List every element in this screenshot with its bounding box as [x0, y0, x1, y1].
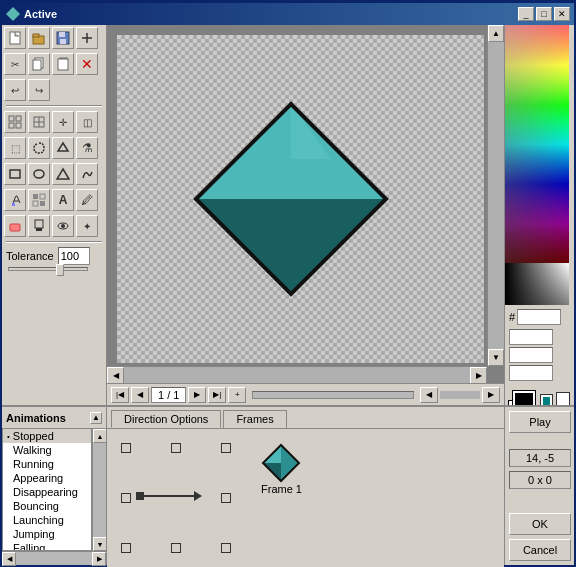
frame1-label: Frame 1	[261, 483, 302, 495]
tab-frames[interactable]: Frames	[223, 410, 286, 428]
add-frame-button[interactable]: +	[228, 387, 246, 403]
prev-frame-button[interactable]: ◀	[131, 387, 149, 403]
dir-dot-mr[interactable]	[221, 493, 231, 503]
stamp-button[interactable]	[28, 215, 50, 237]
cancel-button[interactable]: Cancel	[509, 539, 571, 561]
anim-hscroll-left[interactable]: ◀	[2, 552, 16, 566]
eyedropper-button[interactable]: 🖉	[76, 189, 98, 211]
dir-dot-tr[interactable]	[221, 443, 231, 453]
svg-rect-26	[40, 194, 45, 199]
anim-hscroll-right[interactable]: ▶	[92, 552, 106, 566]
svg-rect-15	[16, 123, 21, 128]
eye-button[interactable]	[52, 215, 74, 237]
freehand-button[interactable]	[76, 163, 98, 185]
maximize-button[interactable]: □	[536, 7, 552, 21]
paste-button[interactable]	[52, 53, 74, 75]
magic-wand-button[interactable]: ⚗	[76, 137, 98, 159]
triangle-button[interactable]	[52, 163, 74, 185]
vscroll-track[interactable]	[488, 42, 504, 349]
redo-button[interactable]: ↪	[28, 79, 50, 101]
svg-rect-25	[33, 194, 38, 199]
rect-button[interactable]	[4, 163, 26, 185]
first-frame-button[interactable]: |◀	[111, 387, 129, 403]
svg-point-33	[61, 224, 65, 228]
anim-item-appearing[interactable]: Appearing	[3, 471, 91, 485]
mirror-button[interactable]: ◫	[76, 111, 98, 133]
extra-button[interactable]	[76, 27, 98, 49]
next-frame-button[interactable]: ▶	[188, 387, 206, 403]
anim-item-stopped[interactable]: • Stopped	[3, 429, 91, 443]
copy-button[interactable]	[28, 53, 50, 75]
color-palette[interactable]	[505, 25, 569, 305]
ellipse-button[interactable]	[28, 163, 50, 185]
sparkle-button[interactable]: ✦	[76, 215, 98, 237]
anim-item-bouncing[interactable]: Bouncing	[3, 499, 91, 513]
scroll-down-button[interactable]: ▼	[488, 349, 504, 366]
close-button[interactable]: ✕	[554, 7, 570, 21]
right-buttons-panel: Play 14, -5 0 x 0 OK Cancel	[504, 407, 574, 565]
anim-scroll-up[interactable]: ▲	[93, 429, 106, 443]
tolerance-input[interactable]	[58, 247, 90, 265]
rgb-input-1[interactable]	[509, 329, 553, 345]
small-swatch-1[interactable]	[556, 392, 570, 405]
grid2-button[interactable]	[28, 111, 50, 133]
current-color-swatch[interactable]	[541, 395, 552, 405]
separator-2	[6, 241, 102, 243]
last-frame-button[interactable]: ▶|	[208, 387, 226, 403]
hscroll-track[interactable]	[124, 367, 470, 383]
dir-dot-tc[interactable]	[171, 443, 181, 453]
paint-button[interactable]	[4, 189, 26, 211]
anim-scroll-track[interactable]	[93, 443, 106, 537]
grid-button[interactable]	[4, 111, 26, 133]
play-button[interactable]: Play	[509, 411, 571, 433]
open-button[interactable]	[28, 27, 50, 49]
scroll-right-button[interactable]: ▶	[470, 367, 487, 383]
save-button[interactable]	[52, 27, 74, 49]
foreground-color-swatch[interactable]	[513, 391, 535, 405]
center-bottom: Direction Options Frames	[107, 407, 504, 565]
anim-item-launching[interactable]: Launching	[3, 513, 91, 527]
undo-button[interactable]: ↩	[4, 79, 26, 101]
dir-dot-tl[interactable]	[121, 443, 131, 453]
eraser-button[interactable]	[4, 215, 26, 237]
anim-item-disappearing[interactable]: Disappearing	[3, 485, 91, 499]
anim-item-falling[interactable]: Falling	[3, 541, 91, 551]
move-button[interactable]: ✛	[52, 111, 74, 133]
rgb-input-2[interactable]	[509, 347, 553, 363]
pattern-button[interactable]	[28, 189, 50, 211]
anim-scroll-down[interactable]: ▼	[93, 537, 106, 551]
dir-dot-br[interactable]	[221, 543, 231, 553]
polygon-button[interactable]	[52, 137, 74, 159]
main-window: Active _ □ ✕	[0, 0, 576, 567]
lasso-button[interactable]	[28, 137, 50, 159]
minimize-button[interactable]: _	[518, 7, 534, 21]
animations-scroll-up[interactable]: ▲	[90, 412, 102, 424]
dir-dot-bl[interactable]	[121, 543, 131, 553]
anim-item-jumping[interactable]: Jumping	[3, 527, 91, 541]
anim-item-walking[interactable]: Walking	[3, 443, 91, 457]
slider-thumb[interactable]	[56, 264, 64, 276]
tab-direction-options[interactable]: Direction Options	[111, 410, 221, 428]
frame-scroll-left[interactable]: ◀	[420, 387, 438, 403]
scroll-up-button[interactable]: ▲	[488, 25, 504, 42]
ok-button[interactable]: OK	[509, 513, 571, 535]
delete-button[interactable]: ✕	[76, 53, 98, 75]
hex-input[interactable]	[517, 309, 561, 325]
canvas-checkerboard[interactable]	[117, 35, 484, 363]
frame-position-slider[interactable]	[252, 391, 414, 399]
dir-dot-bc[interactable]	[171, 543, 181, 553]
scroll-left-button[interactable]: ◀	[107, 367, 124, 383]
tolerance-slider[interactable]	[8, 267, 88, 271]
select-button[interactable]: ⬚	[4, 137, 26, 159]
text-button[interactable]: A	[52, 189, 74, 211]
arrow-head	[194, 491, 202, 501]
dir-dot-ml[interactable]	[121, 493, 131, 503]
frame-thumb-slider[interactable]	[440, 391, 480, 399]
new-button[interactable]	[4, 27, 26, 49]
anim-item-running[interactable]: Running	[3, 457, 91, 471]
toolbar-row-5: ⬚ ⚗	[2, 135, 106, 161]
rgb-input-3[interactable]	[509, 365, 553, 381]
anim-hscroll-track[interactable]	[16, 552, 92, 565]
frame-scroll-right[interactable]: ▶	[482, 387, 500, 403]
cut-button[interactable]: ✂	[4, 53, 26, 75]
